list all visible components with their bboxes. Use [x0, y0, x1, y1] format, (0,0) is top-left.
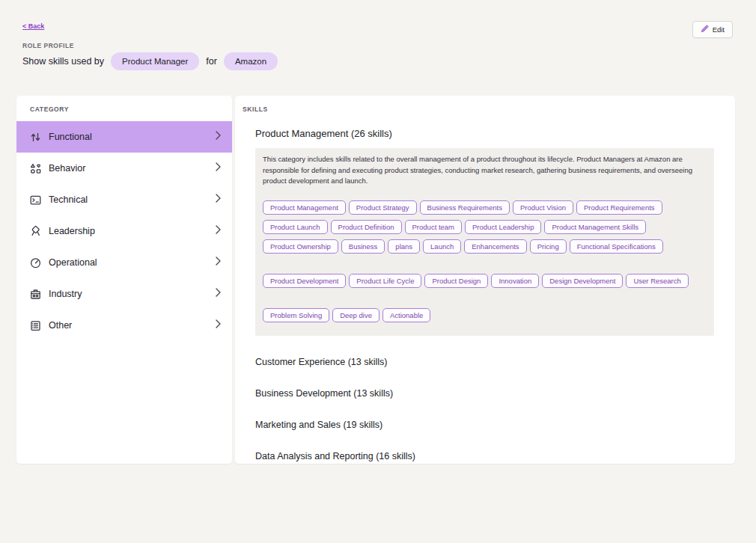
- skill-chip[interactable]: Launch: [423, 239, 461, 254]
- skill-chip[interactable]: Product Definition: [331, 220, 402, 234]
- skill-chip[interactable]: plans: [388, 239, 420, 254]
- skill-chip[interactable]: Deep dive: [332, 308, 379, 322]
- filter-prefix-text: Show skills used by: [22, 56, 104, 67]
- skill-chip[interactable]: Product Strategy: [349, 200, 417, 215]
- skill-chip[interactable]: Actionable: [382, 308, 430, 322]
- skill-chip[interactable]: Product Vision: [513, 200, 573, 215]
- sidebar-item-label: Leadership: [49, 226, 215, 236]
- skills-section-title[interactable]: Data Analysis and Reporting (16 skills): [255, 441, 714, 464]
- skills-body: Product Management (26 skills) This cate…: [243, 128, 725, 464]
- skill-chip[interactable]: Product Leadership: [465, 220, 541, 234]
- skills-section-title[interactable]: Customer Experience (13 skills): [255, 346, 714, 378]
- company-pill[interactable]: Amazon: [224, 52, 278, 70]
- sidebar-item-operational[interactable]: Operational: [16, 247, 232, 278]
- skill-chip[interactable]: Product Design: [424, 274, 488, 288]
- sidebar-item-label: Functional: [49, 132, 215, 142]
- skill-chip[interactable]: Pricing: [530, 239, 567, 254]
- skill-chip[interactable]: Product team: [405, 220, 463, 234]
- skill-chip[interactable]: Product Ownership: [263, 239, 338, 254]
- terminal-icon: [28, 194, 42, 206]
- skill-chip[interactable]: Functional Specifications: [570, 239, 663, 254]
- skill-chip[interactable]: Problem Solving: [263, 308, 329, 322]
- skills-section-title[interactable]: Marketing and Sales (19 skills): [255, 409, 714, 441]
- skill-chip[interactable]: Product Requirements: [576, 200, 662, 215]
- skills-section-title[interactable]: Business Development (13 skills): [255, 378, 714, 409]
- sidebar-item-label: Behavior: [49, 163, 215, 174]
- gauge-icon: [28, 257, 42, 269]
- skills-section-title[interactable]: Product Management (26 skills): [255, 128, 714, 139]
- chevron-right-icon: [215, 256, 222, 269]
- skill-chip[interactable]: Product Launch: [263, 220, 328, 234]
- sidebar-item-label: Technical: [49, 194, 215, 205]
- skill-chip-group: Product ManagementProduct StrategyBusine…: [263, 200, 707, 258]
- chevron-right-icon: [215, 193, 222, 206]
- sidebar-item-technical[interactable]: Technical: [16, 184, 232, 215]
- skill-chip[interactable]: Product Management Skills: [544, 220, 646, 234]
- chevron-right-icon: [215, 224, 222, 238]
- sidebar-item-label: Operational: [49, 257, 215, 268]
- skill-chip[interactable]: Enhancements: [464, 239, 526, 254]
- back-link[interactable]: < Back: [22, 22, 44, 30]
- edit-button[interactable]: Edit: [692, 21, 733, 38]
- sidebar-item-functional[interactable]: Functional: [16, 121, 232, 153]
- chevron-right-icon: [215, 162, 222, 175]
- skills-panel: SKILLS Product Management (26 skills) Th…: [235, 96, 735, 464]
- skills-panel-header: SKILLS: [243, 105, 725, 113]
- category-panel: CATEGORY Functional Behavior: [16, 96, 232, 464]
- chevron-right-icon: [215, 287, 222, 301]
- skill-chip[interactable]: Business Requirements: [420, 200, 510, 215]
- sidebar-item-leadership[interactable]: Leadership: [16, 215, 232, 247]
- chevron-right-icon: [215, 130, 222, 144]
- skill-chip[interactable]: Innovation: [491, 274, 539, 288]
- skill-chip-group: Product DevelopmentProduct Life CyclePro…: [263, 273, 707, 292]
- transform-icon: [28, 131, 42, 144]
- sidebar-item-label: Other: [49, 320, 215, 331]
- skill-chip[interactable]: User Research: [626, 274, 688, 288]
- skill-chip[interactable]: Product Development: [263, 274, 346, 288]
- skill-chip[interactable]: Business: [341, 239, 385, 254]
- role-profile-eyebrow: ROLE PROFILE: [22, 42, 74, 49]
- sidebar-item-other[interactable]: Other: [16, 310, 232, 341]
- sidebar-item-industry[interactable]: Industry: [16, 278, 232, 310]
- chevron-right-icon: [215, 319, 222, 332]
- list-icon: [28, 319, 42, 332]
- category-list: Functional Behavior Technical: [16, 121, 232, 341]
- category-panel-header: CATEGORY: [30, 105, 232, 113]
- skill-chip[interactable]: Design Development: [542, 274, 623, 288]
- role-pill[interactable]: Product Manager: [111, 52, 199, 70]
- skill-chip[interactable]: Product Life Cycle: [349, 274, 421, 288]
- skill-chip-group: Problem SolvingDeep diveActionable: [263, 307, 707, 327]
- edit-button-label: Edit: [713, 25, 725, 34]
- award-icon: [28, 225, 42, 238]
- skills-section-description: This category includes skills related to…: [263, 154, 707, 187]
- skills-section-detail: This category includes skills related to…: [255, 148, 714, 336]
- skill-chip[interactable]: Product Management: [263, 200, 346, 215]
- pencil-icon: [701, 25, 709, 34]
- sidebar-item-behavior[interactable]: Behavior: [16, 153, 232, 184]
- shapes-icon: [28, 162, 42, 175]
- building-icon: [28, 288, 42, 301]
- skills-filter-row: Show skills used by Product Manager for …: [22, 52, 278, 70]
- filter-connector-text: for: [206, 56, 217, 67]
- sidebar-item-label: Industry: [49, 289, 215, 299]
- role-profile-screen: < Back Edit ROLE PROFILE Show skills use…: [0, 0, 756, 543]
